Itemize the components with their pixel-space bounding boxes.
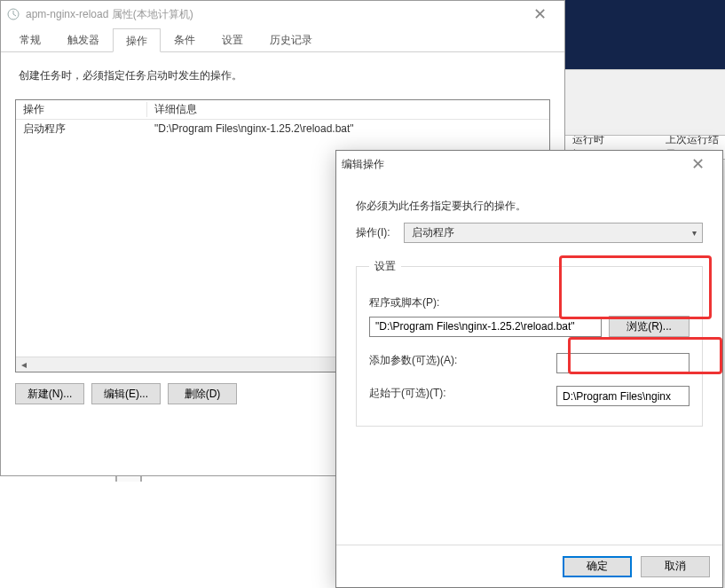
edit-action-dialog: 编辑操作 ✕ 你必须为此任务指定要执行的操作。 操作(I): 启动程序 ▾ 设置… [335, 150, 723, 588]
tab-conditions[interactable]: 条件 [161, 27, 209, 51]
edit-title-text: 编辑操作 [342, 157, 384, 172]
close-icon: ✕ [533, 4, 547, 24]
table-row[interactable]: 启动程序 "D:\Program Files\nginx-1.25.2\relo… [16, 120, 549, 137]
settings-fieldset: 设置 程序或脚本(P): 浏览(R)... 添加参数(可选)(A): 起始于(可… [356, 259, 703, 427]
tab-history[interactable]: 历史记录 [256, 27, 326, 51]
delete-action-label: 删除(D) [185, 387, 221, 402]
args-label: 添加参数(可选)(A): [369, 353, 457, 368]
tab-triggers[interactable]: 触发器 [54, 27, 113, 51]
tab-general[interactable]: 常规 [6, 27, 54, 51]
startin-input-field[interactable] [563, 390, 683, 403]
program-input[interactable] [369, 317, 602, 337]
edit-footer: 确定 取消 [336, 545, 722, 587]
settings-legend: 设置 [369, 259, 401, 274]
tab-triggers-label: 触发器 [67, 34, 99, 46]
th-detail[interactable]: 详细信息 [147, 102, 204, 117]
args-row: 添加参数(可选)(A): [369, 353, 690, 373]
actions-table-header: 操作 详细信息 [16, 100, 549, 120]
args-input[interactable] [556, 353, 690, 373]
new-action-label: 新建(N)... [28, 387, 73, 402]
properties-titlebar: apm-nginx-reload 属性(本地计算机) ✕ [1, 1, 564, 27]
actions-description: 创建任务时，必须指定任务启动时发生的操作。 [15, 68, 550, 83]
properties-tabs: 常规 触发器 操作 条件 设置 历史记录 [1, 27, 564, 52]
startin-label: 起始于(可选)(T): [369, 386, 446, 401]
program-label: 程序或脚本(P): [369, 295, 690, 310]
tab-general-label: 常规 [20, 34, 41, 46]
cell-action: 启动程序 [16, 122, 147, 137]
tab-history-label: 历史记录 [270, 34, 312, 46]
close-icon: ✕ [691, 154, 705, 174]
program-row: 程序或脚本(P): 浏览(R)... [369, 295, 690, 337]
browse-label: 浏览(R)... [626, 319, 672, 334]
cancel-label: 取消 [665, 559, 686, 574]
th-action[interactable]: 操作 [16, 102, 147, 117]
chevron-down-icon: ▾ [692, 228, 697, 238]
new-action-button[interactable]: 新建(N)... [15, 383, 84, 404]
ok-button[interactable]: 确定 [563, 556, 632, 577]
edit-close-button[interactable]: ✕ [680, 152, 715, 176]
args-input-field[interactable] [563, 357, 683, 370]
tab-conditions-label: 条件 [174, 34, 195, 46]
background-dark-banner [565, 0, 725, 69]
cancel-button[interactable]: 取消 [641, 556, 710, 577]
browse-button[interactable]: 浏览(R)... [609, 316, 690, 337]
properties-title-text: apm-nginx-reload 属性(本地计算机) [26, 7, 193, 22]
scroll-left-icon[interactable]: ◂ [16, 357, 31, 372]
action-select-row: 操作(I): 启动程序 ▾ [356, 223, 703, 243]
edit-body: 你必须为此任务指定要执行的操作。 操作(I): 启动程序 ▾ 设置 程序或脚本(… [336, 177, 722, 545]
edit-description: 你必须为此任务指定要执行的操作。 [356, 199, 703, 214]
tab-settings[interactable]: 设置 [209, 27, 256, 51]
cell-detail: "D:\Program Files\nginx-1.25.2\reload.ba… [147, 122, 361, 135]
tab-actions[interactable]: 操作 [113, 28, 161, 52]
tab-settings-label: 设置 [222, 34, 243, 46]
edit-action-button[interactable]: 编辑(E)... [91, 383, 161, 404]
ok-label: 确定 [587, 559, 608, 574]
action-select-label: 操作(I): [356, 225, 397, 240]
action-select-value: 启动程序 [412, 225, 454, 240]
tab-actions-label: 操作 [126, 35, 147, 47]
startin-row: 起始于(可选)(T): [369, 386, 690, 406]
startin-input[interactable] [556, 386, 690, 406]
clock-icon [6, 7, 20, 21]
delete-action-button[interactable]: 删除(D) [168, 383, 237, 404]
program-input-field[interactable] [375, 320, 595, 333]
properties-close-button[interactable]: ✕ [522, 2, 557, 27]
edit-titlebar: 编辑操作 ✕ [336, 151, 722, 177]
edit-action-label: 编辑(E)... [104, 387, 148, 402]
action-select[interactable]: 启动程序 ▾ [404, 223, 703, 243]
